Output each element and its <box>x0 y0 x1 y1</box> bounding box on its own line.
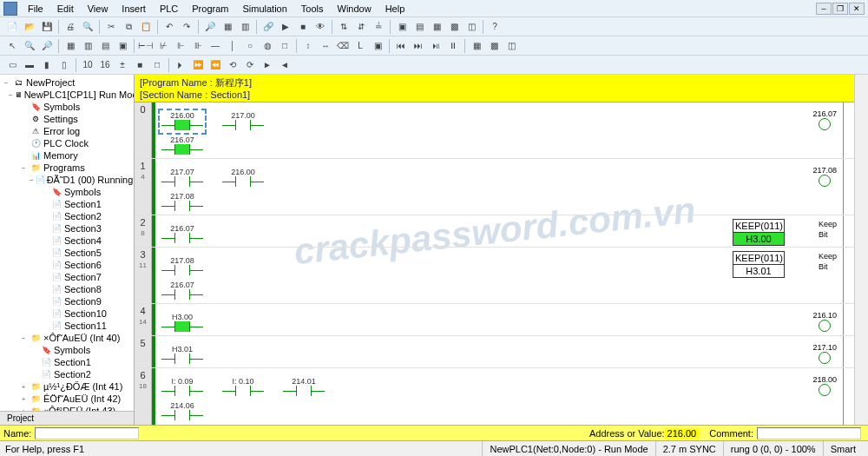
tree-programs[interactable]: −📁Programs <box>2 162 132 174</box>
contact-no-icon[interactable]: ⊢⊣ <box>138 38 154 54</box>
tree-int40-sec1[interactable]: 📄Section1 <box>2 356 132 368</box>
tree-errorlog[interactable]: ⚠Error log <box>2 125 132 137</box>
preview-icon[interactable]: 🔍 <box>80 19 95 35</box>
arrow-icon[interactable]: ↖ <box>4 38 20 54</box>
ladder-rung[interactable]: 414H3.00216.10 <box>135 304 854 336</box>
tree-symbols[interactable]: 🔖Symbols <box>2 101 132 113</box>
tree-int40-sec2[interactable]: 📄Section2 <box>2 368 132 380</box>
menu-file[interactable]: File <box>21 2 50 16</box>
tree-section[interactable]: 📄Section6 <box>2 259 132 271</box>
online-icon[interactable]: 🔗 <box>260 19 276 35</box>
ladder-rung[interactable]: 0216.00217.00216.07216.07 <box>135 102 854 159</box>
contact[interactable]: I: 0.09 <box>161 377 204 398</box>
step-icon[interactable]: ⏭ <box>411 38 426 54</box>
contact[interactable]: I: 0.10 <box>221 377 265 398</box>
tree-plc[interactable]: −🖥NewPLC1[CP1L] Run Mode <box>2 89 132 101</box>
contact[interactable]: 216.00 <box>221 168 265 188</box>
hline-icon[interactable]: — <box>207 38 223 54</box>
num-icon[interactable]: 10 <box>80 57 95 73</box>
help-icon[interactable]: ? <box>487 19 503 35</box>
tool-icon[interactable]: ► <box>260 57 275 73</box>
save-icon[interactable]: 💾 <box>39 19 55 35</box>
rung-body[interactable]: 217.08216.07KEEP(011)H3.01KeepBit <box>152 248 854 303</box>
tree-prog-main[interactable]: −📄ĐÃ˜D1 (00) Running <box>2 174 132 186</box>
menu-window[interactable]: Window <box>331 2 378 16</box>
contact[interactable]: 216.07 <box>161 135 204 156</box>
num-icon[interactable]: 16 <box>97 57 113 73</box>
output-coil[interactable]: 217.10 <box>812 343 837 366</box>
tree-section[interactable]: 📄Section11 <box>2 320 132 332</box>
contact[interactable]: 214.01 <box>282 377 326 398</box>
rung-body[interactable]: 216.00217.00216.07216.07 <box>152 102 854 158</box>
tree-section[interactable]: 📄Section5 <box>2 247 132 259</box>
tool-icon[interactable]: ⏵ <box>173 57 188 73</box>
sidebar-tab-project[interactable]: Project <box>0 411 134 425</box>
contact[interactable]: H3.00 <box>161 313 204 334</box>
step-icon[interactable]: ⏸ <box>445 38 461 54</box>
run-icon[interactable]: ▶ <box>278 19 293 35</box>
tree-section[interactable]: 📄Section7 <box>2 271 132 283</box>
vertical-scrollbar[interactable] <box>854 75 868 425</box>
tree-section[interactable]: 📄Section9 <box>2 295 132 307</box>
grid-icon[interactable]: ▥ <box>80 38 95 54</box>
tool-icon[interactable]: ▦ <box>429 19 444 35</box>
copy-icon[interactable]: ⧉ <box>121 19 136 35</box>
compare-icon[interactable]: ≟ <box>371 19 386 35</box>
find-icon[interactable]: 🔎 <box>202 19 218 35</box>
open-icon[interactable]: 📂 <box>22 19 37 35</box>
menu-insert[interactable]: Insert <box>115 2 153 16</box>
cut-icon[interactable]: ✂ <box>103 19 119 35</box>
tree-prog-symbols[interactable]: 🔖Symbols <box>2 186 132 198</box>
step-icon[interactable]: ⏮ <box>393 38 409 54</box>
tool-icon[interactable]: L <box>352 38 368 54</box>
tool-icon[interactable]: ▣ <box>370 38 385 54</box>
tool-icon[interactable]: ⌫ <box>335 38 351 54</box>
tree-root[interactable]: −🗂NewProject <box>2 76 132 89</box>
tree-memory[interactable]: 📊Memory <box>2 149 132 162</box>
tree-plcclock[interactable]: 🕐PLC Clock <box>2 137 132 149</box>
tool-icon[interactable]: ↔ <box>318 38 333 54</box>
ladder-rung[interactable]: 28216.07KEEP(011)H3.00KeepBit <box>135 215 854 248</box>
view-icon[interactable]: ▮ <box>39 57 55 73</box>
vline-icon[interactable]: │ <box>225 38 240 54</box>
menu-view[interactable]: View <box>81 2 115 16</box>
redo-icon[interactable]: ↷ <box>179 19 194 35</box>
rung-body[interactable]: 217.07216.00217.08217.08 <box>152 159 854 215</box>
tool-icon[interactable]: ▦ <box>220 19 235 35</box>
num-icon[interactable]: ■ <box>132 57 148 73</box>
output-coil[interactable]: 216.10 <box>812 311 837 334</box>
menu-program[interactable]: Program <box>185 2 235 16</box>
rung-body[interactable]: 216.07KEEP(011)H3.00KeepBit <box>152 215 854 247</box>
tool-icon[interactable]: ⏪ <box>207 57 223 73</box>
rung-body[interactable]: H3.01217.10 <box>152 336 854 367</box>
ladder-rung[interactable]: 5H3.01217.10 <box>135 336 854 368</box>
menu-help[interactable]: Help <box>378 2 412 16</box>
contact[interactable]: H3.01 <box>161 345 204 366</box>
coil-icon[interactable]: ◍ <box>260 38 275 54</box>
output-coil[interactable]: 216.07 <box>812 109 837 132</box>
ladder-diagram[interactable]: crackpassword.com.vn 0216.00217.00216.07… <box>135 102 854 425</box>
tree-int41[interactable]: +📁µ½¹¿ĐŐÆ (Int 41) <box>2 380 132 393</box>
ladder-rung[interactable]: 618I: 0.09I: 0.10214.01214.06218.00218.0… <box>135 368 854 425</box>
func-icon[interactable]: □ <box>277 38 293 54</box>
zoom-out-icon[interactable]: 🔎 <box>39 38 55 54</box>
print-icon[interactable]: 🖨 <box>62 19 78 35</box>
contact-nc-icon[interactable]: ⊬ <box>155 38 171 54</box>
comment-field[interactable] <box>757 427 861 439</box>
transfer-icon[interactable]: ⇵ <box>353 19 369 35</box>
menu-edit[interactable]: Edit <box>50 2 81 16</box>
tree-section[interactable]: 📄Section2 <box>2 210 132 222</box>
grid-icon[interactable]: ▦ <box>62 38 78 54</box>
contact[interactable]: 216.07 <box>161 281 204 301</box>
new-icon[interactable]: 📄 <box>4 19 20 35</box>
contact[interactable]: 217.07 <box>161 168 204 188</box>
close-button[interactable]: ✕ <box>849 3 865 15</box>
contact-icon[interactable]: ⊩ <box>173 38 188 54</box>
coil-icon[interactable]: ○ <box>242 38 258 54</box>
tool-icon[interactable]: ▦ <box>469 38 484 54</box>
view-icon[interactable]: ▭ <box>4 57 20 73</box>
tool-icon[interactable]: ⟳ <box>242 57 258 73</box>
tree-int40[interactable]: −📁×Ôf˜AuEÜ (Int 40) <box>2 332 132 344</box>
contact[interactable]: 217.08 <box>161 192 204 213</box>
tree-section[interactable]: 📄Section3 <box>2 222 132 235</box>
